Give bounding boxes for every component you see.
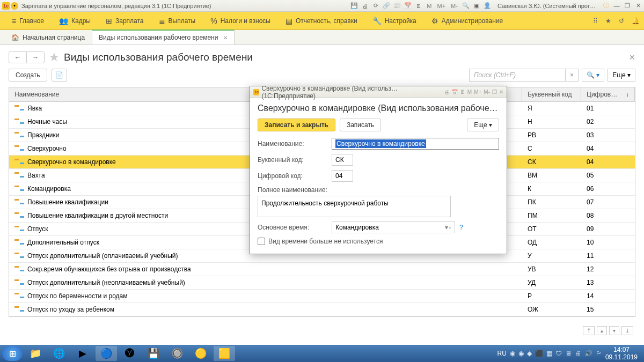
- scroll-down-icon[interactable]: ▾: [609, 326, 619, 335]
- tray-icon-1[interactable]: ◉: [510, 350, 515, 357]
- taskbar-media[interactable]: ▶: [72, 346, 93, 361]
- col-code[interactable]: Буквенный код: [522, 87, 581, 101]
- nav-forward-button[interactable]: →: [27, 52, 44, 63]
- input-name[interactable]: Сверхурочно в командировке: [332, 138, 499, 150]
- minimize-icon[interactable]: —: [613, 2, 620, 10]
- scroll-bottom-icon[interactable]: ⤓: [621, 326, 633, 335]
- tray-icon-9[interactable]: 🔊: [584, 350, 592, 357]
- print2-icon[interactable]: 📰: [393, 2, 401, 10]
- menu-otchet[interactable]: ▤Отчетность, справки: [278, 12, 365, 29]
- search-input[interactable]: Поиск (Ctrl+F): [469, 69, 566, 82]
- taskbar-yandex[interactable]: 🅨: [119, 346, 141, 361]
- page-close-icon[interactable]: ✕: [629, 53, 635, 62]
- modal-mplus[interactable]: M+: [474, 89, 481, 95]
- modal-print-icon[interactable]: 🖨: [444, 89, 449, 95]
- table-row[interactable]: Отпуск по беременности и родамР14: [9, 290, 635, 303]
- windows-icon[interactable]: ▣: [473, 2, 480, 10]
- lang-indicator[interactable]: RU: [497, 350, 507, 357]
- menu-nalogi[interactable]: %Налоги и взносы: [203, 12, 278, 29]
- apps-icon[interactable]: ⠿: [593, 17, 598, 25]
- menu-vyplaty[interactable]: ≣Выплаты: [151, 12, 203, 29]
- table-row[interactable]: Сокр.время обучающихся без отрыва от про…: [9, 263, 635, 276]
- create-button[interactable]: Создать: [9, 69, 47, 82]
- row-icon: [14, 119, 24, 124]
- menu-kadry[interactable]: 👥Кадры: [52, 12, 98, 29]
- nav-back-button[interactable]: ←: [9, 52, 27, 63]
- tray-icon-5[interactable]: ▦: [546, 350, 552, 357]
- tray-flag-icon[interactable]: 🏳: [596, 350, 602, 357]
- select-dropdown-icon[interactable]: ▾: [445, 224, 448, 231]
- tray-icon-8[interactable]: 🖨: [575, 350, 581, 357]
- taskbar-app2[interactable]: 🟡: [190, 346, 211, 361]
- zoom-icon[interactable]: 🔍: [462, 2, 470, 10]
- scroll-up-icon[interactable]: ▴: [597, 326, 607, 335]
- help-icon[interactable]: ?: [459, 224, 463, 231]
- m-button[interactable]: M: [426, 3, 433, 9]
- search-clear-button[interactable]: ×: [566, 69, 579, 82]
- select-main[interactable]: Командировка ▾ ▫: [332, 221, 455, 233]
- bell-icon[interactable]: 🔔: [632, 17, 640, 25]
- modal-titlebar[interactable]: 1c Сверхурочно в командировке (Вид испол…: [250, 86, 507, 98]
- more-button[interactable]: Еще ▾: [608, 69, 635, 82]
- taskbar-ie[interactable]: 🌐: [48, 346, 70, 361]
- input-code[interactable]: [332, 154, 353, 166]
- table-row[interactable]: Отпуск по уходу за ребенкомОЖ15: [9, 303, 635, 316]
- taskbar-chrome[interactable]: 🔵: [96, 346, 117, 361]
- wrench-icon: 🔧: [372, 17, 382, 25]
- menu-main[interactable]: ≡Главное: [4, 12, 52, 29]
- doc-icon: ▤: [286, 17, 292, 25]
- close-icon[interactable]: ✕: [634, 2, 642, 10]
- taskbar-save[interactable]: 💾: [143, 346, 164, 361]
- modal-close-icon[interactable]: ✕: [499, 89, 503, 95]
- star-icon[interactable]: ★: [605, 17, 611, 25]
- save-button[interactable]: Записать: [340, 119, 381, 131]
- calendar-icon[interactable]: 📅: [404, 2, 412, 10]
- print-icon[interactable]: 🖨: [361, 2, 369, 10]
- refresh-icon[interactable]: ⟳: [372, 2, 379, 10]
- m-plus-button[interactable]: M+: [436, 3, 447, 9]
- calc-icon[interactable]: 🗓: [415, 2, 422, 10]
- modal-m[interactable]: M: [467, 89, 472, 95]
- tab-active[interactable]: Виды использования рабочего времени ✕: [92, 29, 235, 45]
- input-num[interactable]: [332, 170, 353, 182]
- taskbar-explorer[interactable]: 📁: [25, 346, 46, 361]
- tabbar: 🏠 Начальная страница Виды использования …: [0, 30, 644, 45]
- tab-close-icon[interactable]: ✕: [223, 35, 228, 41]
- tray-icon-2[interactable]: ◉: [518, 350, 524, 357]
- select-open-icon[interactable]: ▫: [449, 224, 451, 231]
- modal-cal2-icon[interactable]: 🗓: [460, 89, 465, 95]
- tray-icon-3[interactable]: ◆: [527, 350, 532, 357]
- m-minus-button[interactable]: M-: [450, 3, 459, 9]
- history-icon[interactable]: ↺: [619, 17, 624, 25]
- taskbar-1c[interactable]: 🟨: [214, 346, 235, 361]
- save-close-button[interactable]: Записать и закрыть: [258, 119, 335, 131]
- modal-max-icon[interactable]: ❐: [492, 89, 497, 95]
- menu-zarplata[interactable]: ⊞Зарплата: [98, 12, 151, 29]
- tray-icon-7[interactable]: 🖥: [565, 350, 572, 357]
- copy-button[interactable]: 📄: [52, 69, 67, 82]
- modal-cal-icon[interactable]: 📅: [451, 89, 458, 95]
- col-num[interactable]: Цифров…↓: [581, 87, 635, 101]
- checkbox-unused[interactable]: [258, 238, 265, 245]
- menu-nastroika[interactable]: 🔧Настройка: [365, 12, 424, 29]
- save-icon[interactable]: 💾: [350, 2, 358, 10]
- link-icon[interactable]: 🔗: [383, 2, 390, 10]
- tab-home[interactable]: 🏠 Начальная страница: [4, 30, 92, 45]
- tray-icon-4[interactable]: ⬛: [535, 350, 543, 357]
- taskbar-app1[interactable]: 🔘: [166, 346, 188, 361]
- table-row[interactable]: Отпуск дополнительный (неоплачиваемый уч…: [9, 276, 635, 290]
- app-menu-dropdown[interactable]: ▾: [11, 2, 18, 10]
- favorite-star-icon[interactable]: ★: [49, 50, 60, 64]
- modal-mminus[interactable]: M-: [484, 89, 490, 95]
- scroll-top-icon[interactable]: ⤒: [583, 326, 595, 335]
- maximize-icon[interactable]: ❐: [624, 2, 631, 10]
- clock[interactable]: 14:07 09.11.2019: [605, 346, 638, 361]
- modal-more-button[interactable]: Еще ▾: [467, 119, 499, 131]
- user-name[interactable]: Савинская З.Ю. (Системный прог…: [497, 3, 596, 9]
- info-icon[interactable]: ⓘ: [602, 2, 610, 10]
- input-full[interactable]: [258, 196, 451, 217]
- start-button[interactable]: ⊞: [2, 346, 23, 361]
- search-button[interactable]: 🔍 ▾: [582, 69, 604, 82]
- tray-icon-6[interactable]: 🛡: [555, 350, 562, 357]
- menu-admin[interactable]: ⚙Администрирование: [424, 12, 510, 29]
